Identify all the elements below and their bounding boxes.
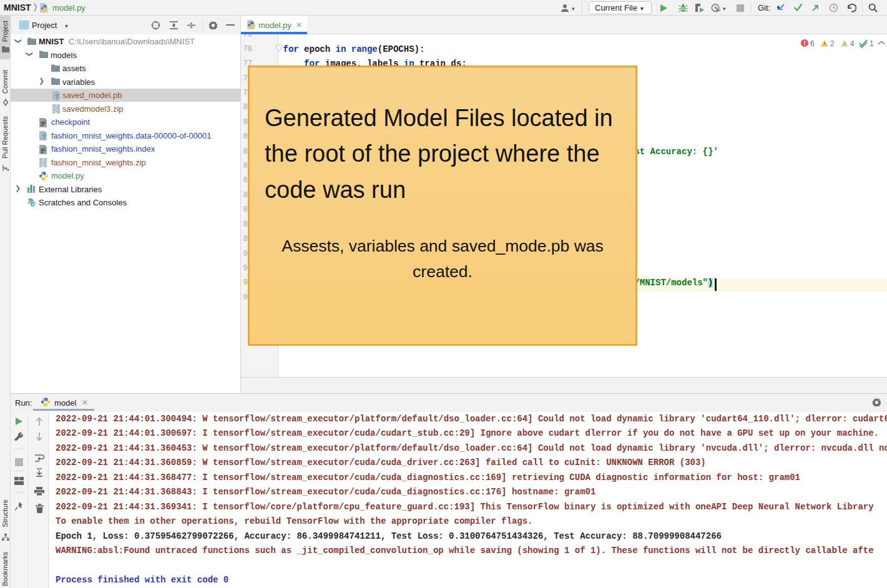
svg-text:4: 4 <box>850 39 855 48</box>
svg-text:?: ? <box>42 134 46 140</box>
svg-text:?: ? <box>55 94 59 100</box>
svg-text:1: 1 <box>870 39 874 48</box>
svg-text:6: 6 <box>810 39 815 48</box>
svg-text:O: O <box>32 202 36 207</box>
svg-text:2: 2 <box>830 39 835 48</box>
